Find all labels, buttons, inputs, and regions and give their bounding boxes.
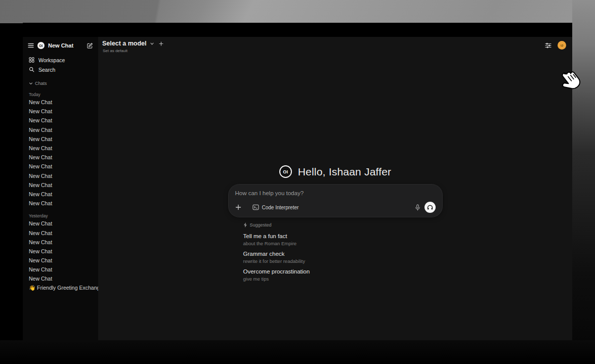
chat-list-item[interactable]: New Chat	[23, 199, 98, 208]
desktop-wallpaper-bottom	[0, 340, 595, 364]
chat-list-item[interactable]: New Chat	[23, 134, 98, 144]
chat-list-item[interactable]: New Chat	[23, 153, 98, 162]
suggested-item-subtitle: rewrite it for better readability	[243, 259, 443, 264]
chat-list-yesterday: New ChatNew ChatNew ChatNew ChatNew Chat…	[23, 219, 98, 283]
chat-list-item[interactable]: New Chat	[23, 247, 98, 256]
suggested-header: Suggested	[243, 221, 443, 229]
desktop-wallpaper-top	[0, 0, 595, 23]
app-body: OI New Chat Workspace	[23, 37, 572, 340]
chat-list-item[interactable]: New Chat	[23, 125, 98, 134]
topbar-right: IJ	[545, 41, 566, 50]
suggested-section: Suggested Tell me a fun fact about the R…	[228, 221, 443, 282]
chat-group-yesterday: Yesterday New ChatNew ChatNew ChatNew Ch…	[23, 212, 98, 283]
app-logo-large: OI	[279, 165, 292, 178]
chat-list-item[interactable]: New Chat	[23, 219, 98, 228]
chat-group-today: Today New ChatNew ChatNew ChatNew ChatNe…	[23, 91, 98, 208]
chat-list-item[interactable]: New Chat	[23, 98, 98, 107]
app-window: OI New Chat Workspace	[23, 23, 572, 340]
microphone-icon[interactable]	[415, 204, 420, 211]
sidebar-item-search[interactable]: Search	[23, 65, 98, 74]
chat-list-item[interactable]: New Chat	[23, 107, 98, 116]
chat-list-item[interactable]: New Chat	[23, 144, 98, 153]
center-column: OI Hello, Ishaan Jaffer How can I help y…	[98, 165, 572, 282]
new-chat-icon[interactable]	[87, 42, 93, 49]
app-logo-small: OI	[37, 42, 45, 49]
chat-list-today: New ChatNew ChatNew ChatNew ChatNew Chat…	[23, 98, 98, 208]
chevron-down-icon	[29, 81, 33, 85]
chats-section-label: Chats	[35, 81, 47, 86]
model-selector-button[interactable]: Select a model	[102, 40, 163, 47]
group-label-yesterday: Yesterday	[23, 212, 98, 219]
chat-list-item[interactable]: New Chat	[23, 265, 98, 274]
sidebar-header: OI New Chat	[23, 39, 98, 52]
code-interpreter-toggle[interactable]: Code Interpreter	[252, 204, 299, 210]
chats-section-header[interactable]: Chats	[23, 80, 98, 86]
chat-list-item[interactable]: New Chat	[23, 228, 98, 237]
suggested-item[interactable]: Overcome procrastination give me tips	[243, 268, 443, 282]
main-area: Select a model Set as default IJ	[98, 37, 572, 340]
bolt-icon	[243, 222, 247, 228]
sidebar-item-workspace[interactable]: Workspace	[23, 55, 98, 65]
suggested-item-subtitle: about the Roman Empire	[243, 241, 443, 246]
group-label-today: Today	[23, 91, 98, 98]
greeting-row: OI Hello, Ishaan Jaffer	[279, 165, 392, 178]
suggested-item-title: Tell me a fun fact	[243, 233, 443, 240]
chat-list-item[interactable]: New Chat	[23, 116, 98, 125]
suggested-item-title: Grammar check	[243, 251, 443, 257]
workspace-grid-icon	[29, 57, 34, 63]
suggested-item[interactable]: Tell me a fun fact about the Roman Empir…	[243, 233, 443, 246]
chat-list-item[interactable]: New Chat	[23, 256, 98, 265]
suggested-item-title: Overcome procrastination	[243, 268, 443, 275]
prompt-toolbar: Code Interpreter	[235, 202, 436, 213]
controls-sliders-icon[interactable]	[545, 42, 551, 49]
sidebar-toggle-icon[interactable]	[28, 43, 34, 48]
code-interpreter-label: Code Interpreter	[262, 205, 299, 210]
sidebar-title: New Chat	[48, 42, 73, 49]
code-interpreter-icon	[252, 204, 259, 210]
desktop-wallpaper-right	[572, 0, 595, 364]
chevron-down-icon	[150, 41, 154, 46]
search-icon	[29, 67, 34, 72]
workspace-label: Workspace	[38, 57, 65, 63]
prompt-input-box[interactable]: How can I help you today? Code Interpret…	[228, 184, 443, 217]
model-selector-label: Select a model	[102, 40, 147, 47]
add-model-icon[interactable]	[159, 41, 163, 46]
chat-list-item[interactable]: New Chat	[23, 162, 98, 171]
prompt-placeholder[interactable]: How can I help you today?	[235, 190, 436, 196]
set-default-link[interactable]: Set as default	[103, 49, 163, 53]
chat-list-item-named[interactable]: 👋 Friendly Greeting Exchange	[23, 284, 98, 293]
suggested-item-subtitle: give me tips	[243, 277, 443, 282]
model-selector: Select a model Set as default	[102, 40, 163, 53]
suggested-item[interactable]: Grammar check rewrite it for better read…	[243, 251, 443, 264]
suggested-list: Tell me a fun fact about the Roman Empir…	[243, 233, 443, 282]
chat-list-item[interactable]: New Chat	[23, 180, 98, 190]
user-avatar[interactable]: IJ	[558, 41, 566, 50]
greeting-text: Hello, Ishaan Jaffer	[298, 166, 392, 178]
chat-list-item[interactable]: New Chat	[23, 274, 98, 283]
sidebar: OI New Chat Workspace	[23, 37, 98, 340]
chat-list-item[interactable]: New Chat	[23, 238, 98, 247]
suggested-label: Suggested	[250, 222, 272, 228]
sidebar-nav: Workspace Search	[23, 55, 98, 74]
search-label: Search	[38, 67, 55, 73]
chat-list-item[interactable]: New Chat	[23, 171, 98, 180]
chat-list-item[interactable]: New Chat	[23, 190, 98, 199]
voice-call-button[interactable]	[424, 202, 436, 213]
attach-plus-icon[interactable]	[235, 204, 241, 210]
